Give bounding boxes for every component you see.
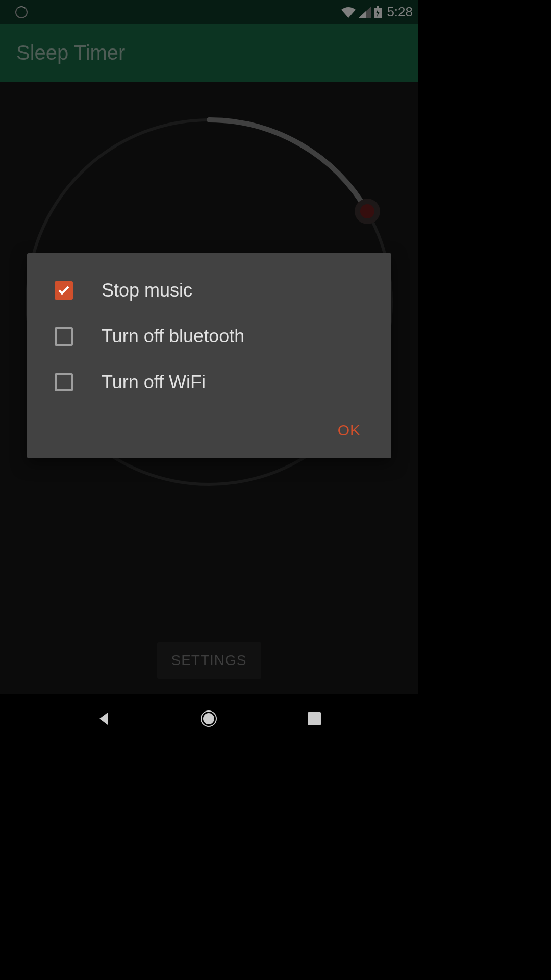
checkbox-wifi[interactable] [55, 373, 73, 391]
option-label: Turn off WiFi [102, 372, 206, 393]
svg-point-6 [203, 713, 214, 724]
checkbox-bluetooth[interactable] [55, 327, 73, 346]
ok-button[interactable]: OK [328, 416, 371, 444]
option-turn-off-bluetooth[interactable]: Turn off bluetooth [27, 313, 391, 359]
settings-dialog: Stop music Turn off bluetooth Turn off W… [27, 253, 391, 458]
option-stop-music[interactable]: Stop music [27, 267, 391, 313]
option-label: Stop music [102, 280, 192, 301]
navigation-bar [0, 694, 418, 743]
dialog-actions: OK [27, 405, 391, 449]
option-turn-off-wifi[interactable]: Turn off WiFi [27, 359, 391, 405]
checkbox-stop-music[interactable] [55, 281, 73, 300]
recent-apps-icon[interactable] [305, 709, 323, 728]
option-label: Turn off bluetooth [102, 326, 244, 347]
back-icon[interactable] [94, 709, 113, 728]
home-icon[interactable] [199, 709, 218, 728]
svg-rect-7 [308, 712, 321, 725]
